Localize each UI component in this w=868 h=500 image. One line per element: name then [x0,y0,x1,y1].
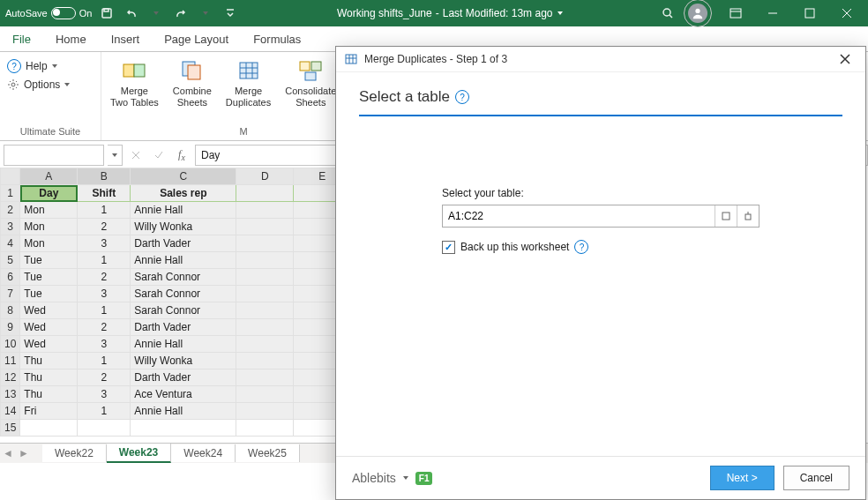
cell[interactable] [236,386,294,403]
sheet-nav-next-icon[interactable]: ► [16,445,32,461]
brand-label[interactable]: Ablebits F1 [352,471,432,485]
cell[interactable] [236,353,294,369]
f1-badge[interactable]: F1 [415,472,433,485]
cell[interactable]: 1 [78,302,131,319]
close-icon[interactable] [829,0,864,26]
cell[interactable]: Mon [20,219,78,235]
maximize-icon[interactable] [792,0,827,26]
row-header[interactable]: 11 [1,353,20,369]
merge-two-tables-button[interactable]: Merge Two Tables [103,54,166,112]
cell[interactable] [131,420,236,437]
cell[interactable]: 3 [78,386,131,403]
chevron-down-icon[interactable] [196,4,215,23]
cell[interactable]: Sarah Connor [131,302,236,319]
name-box[interactable] [4,145,104,166]
cell[interactable]: 1 [78,252,131,269]
cell[interactable]: Darth Vader [131,319,236,336]
sheet-tab[interactable]: Week24 [171,444,236,462]
cell[interactable]: Willy Wonka [131,353,236,369]
tab-formulas[interactable]: Formulas [241,27,313,51]
cell[interactable]: Ace Ventura [131,386,236,403]
cell[interactable] [236,319,294,336]
cell[interactable] [236,369,294,386]
cell[interactable]: Mon [20,235,78,252]
cell[interactable]: 2 [78,319,131,336]
cell[interactable]: Wed [20,336,78,353]
cell[interactable] [236,185,294,202]
column-header[interactable]: A [20,168,78,185]
account-avatar[interactable] [688,4,707,23]
cell[interactable] [236,219,294,235]
cell[interactable] [236,202,294,219]
cell[interactable]: 3 [78,235,131,252]
cell[interactable]: Darth Vader [131,235,236,252]
select-range-icon[interactable] [737,205,759,227]
help-button[interactable]: ? Help [4,57,73,75]
dialog-close-button[interactable] [834,48,857,71]
cell[interactable]: Annie Hall [131,336,236,353]
cell[interactable]: Sarah Connor [131,269,236,286]
cell[interactable]: Thu [20,386,78,403]
cell[interactable]: Willy Wonka [131,219,236,235]
sheet-nav-prev-icon[interactable]: ◄ [0,445,16,461]
row-header[interactable]: 15 [1,420,20,437]
enter-formula-icon[interactable] [149,146,168,165]
expand-selection-icon[interactable] [715,205,737,227]
cell[interactable]: 2 [78,219,131,235]
range-input[interactable] [443,205,715,227]
cell[interactable] [236,252,294,269]
autosave-toggle[interactable]: AutoSave On [5,7,92,19]
cell[interactable] [20,420,78,437]
select-all-cell[interactable] [1,168,20,185]
next-button[interactable]: Next > [710,466,774,490]
toggle-icon[interactable] [51,7,76,19]
merge-duplicates-button[interactable]: Merge Duplicates [219,54,278,112]
row-header[interactable]: 3 [1,219,20,235]
search-icon[interactable] [658,4,677,23]
qat-customize-icon[interactable] [221,4,240,23]
cell[interactable]: 3 [78,286,131,302]
dialog-title-bar[interactable]: Merge Duplicates - Step 1 of 3 [336,47,865,72]
cell[interactable] [236,269,294,286]
checkbox-icon[interactable]: ✓ [442,241,455,254]
row-header[interactable]: 5 [1,252,20,269]
tab-page-layout[interactable]: Page Layout [152,27,241,51]
tab-file[interactable]: File [0,27,43,51]
cell[interactable]: Wed [20,302,78,319]
row-header[interactable]: 6 [1,269,20,286]
cell[interactable]: 1 [78,202,131,219]
row-header[interactable]: 14 [1,403,20,420]
sheet-tab[interactable]: Week23 [107,444,171,463]
cell[interactable]: Thu [20,369,78,386]
cell[interactable]: Annie Hall [131,403,236,420]
row-header[interactable]: 2 [1,202,20,219]
row-header[interactable]: 4 [1,235,20,252]
cell[interactable] [236,336,294,353]
cell[interactable]: 2 [78,269,131,286]
cancel-formula-icon[interactable] [126,146,146,165]
column-header[interactable]: B [78,168,131,185]
cell[interactable]: Annie Hall [131,202,236,219]
column-header[interactable]: C [131,168,236,185]
chevron-down-icon[interactable] [146,4,166,23]
cell[interactable]: Tue [20,269,78,286]
cell[interactable] [78,420,131,437]
cell[interactable] [236,235,294,252]
tab-home[interactable]: Home [43,27,99,51]
cell[interactable]: 1 [78,353,131,369]
cell[interactable]: Day [20,185,78,202]
row-header[interactable]: 8 [1,302,20,319]
cell[interactable]: 3 [78,336,131,353]
row-header[interactable]: 9 [1,319,20,336]
cell[interactable]: Sales rep [131,185,236,202]
cell[interactable]: 1 [78,403,131,420]
tab-insert[interactable]: Insert [99,27,153,51]
minimize-icon[interactable] [755,0,790,26]
help-icon[interactable]: ? [574,240,588,254]
redo-icon[interactable] [171,4,191,23]
backup-checkbox-row[interactable]: ✓ Back up this worksheet ? [442,240,760,254]
cell[interactable]: Mon [20,202,78,219]
consolidate-sheets-button[interactable]: Consolidate Sheets [278,54,343,112]
cancel-button[interactable]: Cancel [783,466,849,490]
options-button[interactable]: Options [4,77,73,93]
